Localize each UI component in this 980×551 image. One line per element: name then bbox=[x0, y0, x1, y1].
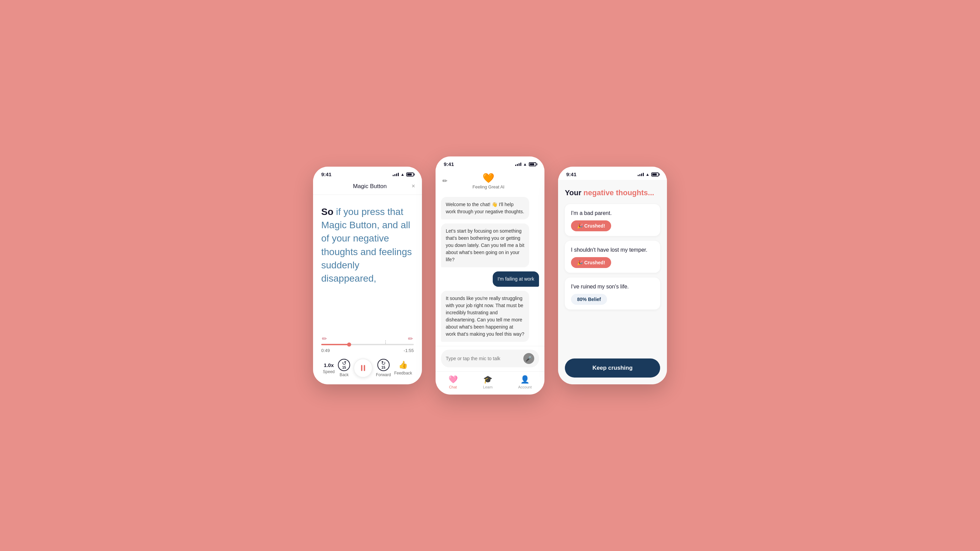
status-icons-2: ▲ bbox=[515, 162, 536, 167]
forward-button[interactable]: ↻ 15 Forward bbox=[376, 359, 391, 377]
back-arrow-icon: ↺ bbox=[342, 360, 347, 366]
user-message-1: I'm failing at work bbox=[493, 272, 539, 287]
account-tab-label: Account bbox=[518, 385, 532, 389]
marker-left-icon[interactable]: ✏ bbox=[322, 335, 327, 343]
crushed-button-1[interactable]: 🎉 Crushed! bbox=[571, 221, 611, 231]
play-pause-button[interactable] bbox=[353, 359, 372, 378]
audio-text: So if you press that Magic Button, and a… bbox=[321, 205, 414, 328]
progress-fill bbox=[321, 344, 349, 345]
phone-3: 9:41 ▲ Your negative thoughts... bbox=[558, 167, 667, 384]
phone1-content: So if you press that Magic Button, and a… bbox=[313, 195, 422, 384]
chat-input[interactable] bbox=[446, 356, 520, 361]
ai-avatar-header: 🧡 Feeling Great AI bbox=[473, 172, 504, 189]
forward-num: 15 bbox=[382, 366, 385, 369]
learn-tab-icon: 🎓 bbox=[483, 375, 492, 384]
signal-icon bbox=[393, 173, 399, 176]
thought-card-3: I've ruined my son's life. 80% Belief bbox=[565, 278, 660, 310]
forward-label: Forward bbox=[376, 372, 391, 377]
phone-2: 9:41 ▲ ✏ 🧡 Feeling Great AI bbox=[436, 156, 544, 395]
back-button[interactable]: ↺ 15 Back bbox=[338, 359, 350, 377]
pause-icon bbox=[361, 365, 365, 371]
close-button[interactable]: × bbox=[411, 183, 415, 190]
account-tab-icon: 👤 bbox=[520, 375, 530, 384]
learn-tab-label: Learn bbox=[483, 385, 493, 389]
marker-right-icon[interactable]: ✏ bbox=[408, 335, 413, 343]
thought-card-1: I'm a bad parent. 🎉 Crushed! bbox=[565, 204, 660, 236]
status-time-3: 9:41 bbox=[566, 171, 576, 177]
battery-icon-2 bbox=[529, 162, 536, 166]
feedback-button[interactable]: 👍 Feedback bbox=[394, 360, 412, 375]
feedback-label: Feedback bbox=[394, 371, 412, 375]
chat-messages: Welcome to the chat! 👋 I'll help work th… bbox=[436, 193, 544, 346]
status-time-2: 9:41 bbox=[444, 161, 454, 167]
phones-container: 9:41 ▲ Magic Button × bbox=[313, 156, 667, 395]
chat-input-area: 🎤 bbox=[436, 346, 544, 372]
forward-arrow-icon: ↻ bbox=[381, 360, 385, 366]
speed-control[interactable]: 1.0x Speed bbox=[323, 362, 335, 374]
time-remaining: -1:55 bbox=[404, 348, 414, 353]
progress-bar[interactable] bbox=[321, 344, 414, 345]
wifi-icon: ▲ bbox=[401, 172, 404, 177]
signal-icon-3 bbox=[638, 173, 644, 176]
status-bar-3: 9:41 ▲ bbox=[558, 167, 667, 180]
tab-account[interactable]: 👤 Account bbox=[518, 375, 532, 389]
ai-heart-icon: 🧡 bbox=[482, 172, 495, 184]
crushed-button-2[interactable]: 🎉 Crushed! bbox=[571, 257, 611, 268]
wifi-icon-3: ▲ bbox=[646, 172, 649, 177]
tab-learn[interactable]: 🎓 Learn bbox=[483, 375, 493, 389]
chapter-marker bbox=[385, 340, 386, 344]
ai-name: Feeling Great AI bbox=[473, 184, 504, 189]
chat-tab-icon: 🩷 bbox=[449, 375, 458, 384]
phone3-content: Your negative thoughts... I'm a bad pare… bbox=[558, 180, 667, 384]
speed-value: 1.0x bbox=[324, 362, 334, 368]
ai-message-3: It sounds like you're really struggling … bbox=[441, 291, 529, 342]
status-time-1: 9:41 bbox=[321, 171, 331, 177]
back-circle: ↺ 15 bbox=[338, 359, 350, 371]
page-title: Your negative thoughts... bbox=[565, 185, 660, 199]
audio-text-bold: So bbox=[321, 206, 334, 217]
status-icons-1: ▲ bbox=[393, 172, 414, 177]
progress-thumb bbox=[347, 343, 351, 346]
phone-1: 9:41 ▲ Magic Button × bbox=[313, 167, 422, 384]
thought-text-2: I shouldn't have lost my temper. bbox=[571, 247, 654, 253]
chat-header: ✏ 🧡 Feeling Great AI bbox=[436, 170, 544, 193]
thought-text-1: I'm a bad parent. bbox=[571, 210, 654, 216]
chat-input-row: 🎤 bbox=[441, 349, 539, 367]
forward-circle: ↻ 15 bbox=[377, 359, 390, 371]
ai-message-1: Welcome to the chat! 👋 I'll help work th… bbox=[441, 197, 529, 219]
status-bar-2: 9:41 ▲ bbox=[436, 156, 544, 170]
back-num: 15 bbox=[342, 366, 346, 369]
time-row: 0:49 -1:55 bbox=[321, 348, 414, 353]
markers-row: ✏ ✏ bbox=[321, 335, 414, 343]
magic-button-title: Magic Button bbox=[353, 183, 387, 190]
signal-icon-2 bbox=[515, 163, 521, 166]
ai-message-2: Let's start by focusing on something tha… bbox=[441, 224, 529, 267]
mic-icon: 🎤 bbox=[525, 356, 532, 362]
battery-icon bbox=[406, 172, 414, 176]
edit-icon[interactable]: ✏ bbox=[442, 177, 447, 185]
tab-chat[interactable]: 🩷 Chat bbox=[449, 375, 458, 389]
controls-row: 1.0x Speed ↺ 15 Back bbox=[321, 359, 414, 378]
battery-icon-3 bbox=[651, 172, 659, 176]
mic-button[interactable]: 🎤 bbox=[523, 353, 534, 364]
thought-card-2: I shouldn't have lost my temper. 🎉 Crush… bbox=[565, 241, 660, 273]
thumbs-up-icon: 👍 bbox=[398, 360, 408, 369]
speed-label: Speed bbox=[323, 369, 335, 374]
audio-player: ✏ ✏ 0:49 -1:55 bbox=[321, 335, 414, 378]
phone1-header: Magic Button × bbox=[313, 180, 422, 195]
audio-text-rest: if you press that Magic Button, and all … bbox=[321, 206, 412, 284]
wifi-icon-2: ▲ bbox=[523, 162, 527, 167]
status-bar-1: 9:41 ▲ bbox=[313, 167, 422, 180]
time-current: 0:49 bbox=[321, 348, 330, 353]
thought-text-3: I've ruined my son's life. bbox=[571, 284, 654, 290]
back-label: Back bbox=[340, 372, 349, 377]
keep-crushing-button[interactable]: Keep crushing bbox=[565, 359, 660, 378]
chat-tab-label: Chat bbox=[449, 385, 457, 389]
tab-bar: 🩷 Chat 🎓 Learn 👤 Account bbox=[436, 372, 544, 395]
status-icons-3: ▲ bbox=[638, 172, 659, 177]
belief-button[interactable]: 80% Belief bbox=[571, 294, 607, 305]
